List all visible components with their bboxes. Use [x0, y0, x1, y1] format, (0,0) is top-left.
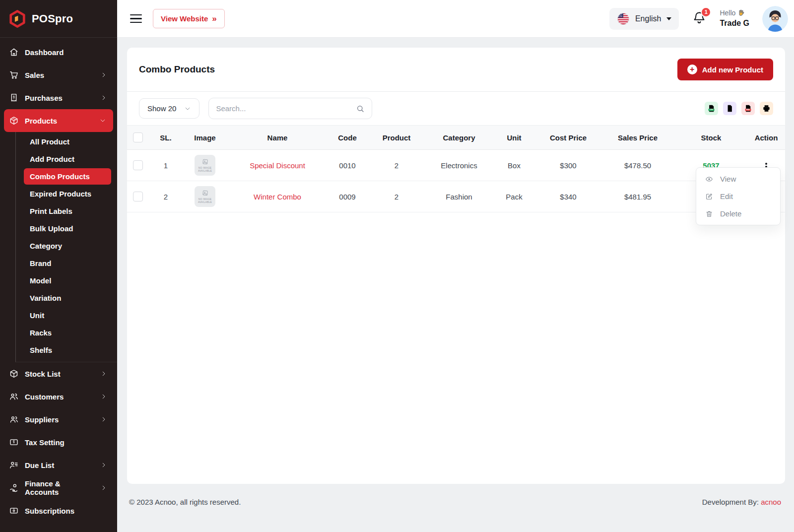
sidebar-item-label: Due List [25, 461, 54, 469]
copyright-text: © 2023 Acnoo, all rights reserved. [129, 498, 241, 506]
table-controls: Show 20 CSV PDF [127, 92, 785, 125]
chevron-right-icon [100, 94, 110, 101]
sidebar-item-products[interactable]: Products [4, 109, 113, 132]
chevron-down-icon [99, 117, 109, 124]
pospro-logo-icon [8, 9, 27, 28]
submenu-item-bulk-upload[interactable]: Bulk Upload [16, 220, 117, 237]
chevron-right-icon [100, 393, 110, 400]
sidebar-item-tax-setting[interactable]: Tax Setting [0, 431, 117, 454]
submenu-item-add-product[interactable]: Add Product [16, 150, 117, 168]
show-entries-select[interactable]: Show 20 [139, 98, 199, 119]
submenu-item-combo-products[interactable]: Combo Products [24, 168, 111, 185]
col-sl: SL. [149, 126, 183, 150]
col-unit: Unit [492, 126, 536, 150]
action-edit[interactable]: Edit [696, 188, 780, 205]
submenu-item-expired-products[interactable]: Expired Products [16, 185, 117, 202]
sidebar-item-label: Products [25, 117, 57, 125]
topbar: View Website » [117, 0, 794, 38]
action-delete[interactable]: Delete [696, 205, 780, 222]
sidebar-item-customers[interactable]: Customers [0, 385, 117, 408]
submenu-item-print-labels[interactable]: Print Labels [16, 202, 117, 220]
users-icon [9, 392, 19, 401]
acnoo-link[interactable]: acnoo [761, 498, 781, 506]
product-name-link[interactable]: Special Discount [250, 161, 305, 170]
caret-down-icon [666, 17, 671, 20]
double-chevron-icon: » [212, 14, 216, 23]
chevron-right-icon [100, 416, 110, 423]
development-by: Development By: acnoo [702, 498, 781, 506]
add-button-label: Add new Product [702, 66, 763, 74]
select-all-checkbox[interactable] [133, 133, 143, 142]
cell-sales-price: $481.95 [600, 181, 675, 212]
action-view-label: View [720, 175, 736, 183]
cell-product: 2 [367, 150, 426, 181]
language-selector[interactable]: English [609, 8, 679, 30]
sidebar-item-suppliers[interactable]: Suppliers [0, 408, 117, 431]
sidebar-item-purchases[interactable]: Purchases [0, 86, 117, 109]
row-checkbox[interactable] [133, 192, 143, 201]
sidebar-item-label: Sales [25, 71, 44, 79]
export-pdf-icon[interactable]: PDF [741, 102, 755, 115]
product-image-placeholder: NO IMAGE AVAILABLE [195, 155, 215, 176]
submenu-item-racks[interactable]: Racks [16, 324, 117, 341]
sidebar-item-sales[interactable]: Sales [0, 64, 117, 86]
sidebar-item-stock-list[interactable]: Stock List [0, 362, 117, 385]
chevron-right-icon [100, 484, 110, 491]
search-icon [356, 104, 365, 113]
topbar-right: English 1 Hello Trade G [609, 6, 788, 32]
sidebar-item-subscriptions[interactable]: Subscriptions [0, 499, 117, 522]
view-website-label: View Website [161, 14, 208, 23]
user-greeting: Hello Trade G [720, 8, 749, 28]
image-icon [201, 190, 209, 197]
sidebar-item-due-list[interactable]: Due List [0, 454, 117, 476]
menu-toggle-icon[interactable] [130, 14, 142, 23]
view-website-button[interactable]: View Website » [153, 9, 225, 28]
cube-icon [9, 369, 19, 379]
combo-products-table: SL. Image Name Code Product Category Uni… [127, 125, 785, 212]
tax-ticket-icon [9, 437, 19, 447]
notifications-button[interactable]: 1 [692, 10, 707, 27]
wave-hand-icon [737, 9, 745, 17]
action-edit-label: Edit [720, 192, 733, 200]
us-flag-icon [617, 12, 630, 25]
row-checkbox[interactable] [133, 160, 143, 170]
language-label: English [635, 14, 661, 23]
action-view[interactable]: View [696, 170, 780, 188]
cell-code: 0009 [328, 181, 367, 212]
page-footer: © 2023 Acnoo, all rights reserved. Devel… [127, 484, 785, 506]
notification-count-badge: 1 [701, 7, 711, 17]
svg-text:PDF: PDF [746, 109, 750, 111]
add-new-product-button[interactable]: + Add new Product [677, 59, 773, 80]
eye-icon [705, 175, 713, 183]
app-name: POSpro [32, 12, 73, 25]
export-csv-icon[interactable]: CSV [705, 102, 718, 115]
row-action-dropdown: View Edit Delete [696, 167, 781, 225]
sidebar-item-dashboard[interactable]: Dashboard [0, 41, 117, 64]
export-excel-icon[interactable] [723, 102, 736, 115]
sidebar-item-finance-accounts[interactable]: Finance & Accounts [0, 476, 117, 499]
action-delete-label: Delete [720, 209, 741, 218]
cell-unit: Pack [492, 181, 536, 212]
page-title: Combo Products [139, 64, 215, 75]
product-name-link[interactable]: Winter Combo [254, 193, 301, 201]
cell-cost-price: $300 [536, 150, 600, 181]
users-icon [9, 414, 19, 424]
user-avatar[interactable] [762, 6, 788, 32]
submenu-item-unit[interactable]: Unit [16, 307, 117, 324]
print-icon[interactable] [760, 102, 773, 115]
greeting-label: Hello [720, 8, 735, 18]
card-header: Combo Products + Add new Product [127, 48, 785, 92]
col-stock: Stock [675, 126, 747, 150]
search-input[interactable] [216, 98, 356, 119]
no-image-label: NO IMAGE AVAILABLE [195, 166, 215, 173]
submenu-item-brand[interactable]: Brand [16, 255, 117, 272]
sidebar-item-label: Stock List [25, 370, 61, 378]
sidebar-nav: Dashboard Sales Purchases Products All P… [0, 38, 117, 522]
submenu-item-all-product[interactable]: All Product [16, 133, 117, 150]
submenu-item-variation[interactable]: Variation [16, 289, 117, 307]
submenu-item-model[interactable]: Model [16, 272, 117, 289]
submenu-item-category[interactable]: Category [16, 237, 117, 255]
submenu-item-shelfs[interactable]: Shelfs [16, 341, 117, 359]
col-code: Code [328, 126, 367, 150]
hand-coin-icon [9, 483, 19, 493]
